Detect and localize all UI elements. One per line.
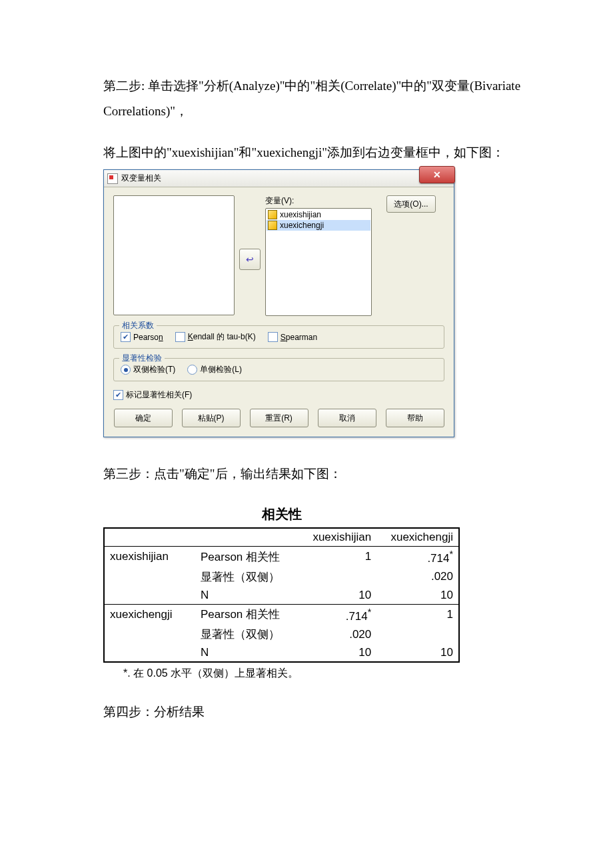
options-button[interactable]: 选项(O)... (386, 195, 436, 213)
app-icon (107, 173, 118, 184)
dialog-titlebar: 双变量相关 ✕ (104, 170, 454, 187)
cancel-button[interactable]: 取消 (318, 409, 376, 427)
one-tailed-radio[interactable]: 单侧检验(L) (187, 364, 242, 375)
scale-icon (268, 210, 277, 219)
move-variable-button[interactable]: ↩ (239, 249, 261, 270)
reset-button[interactable]: 重置(R) (250, 409, 308, 427)
flag-significant-checkbox[interactable]: ✔标记显著性相关(F) (113, 389, 192, 401)
group-legend: 显著性检验 (119, 353, 165, 364)
list-item[interactable]: xuexishijian (267, 209, 370, 220)
target-variables-list[interactable]: xuexishijian xuexichengji (265, 208, 372, 316)
arrow-left-icon: ↩ (246, 254, 254, 265)
list-item[interactable]: xuexichengji (267, 220, 370, 231)
correlation-table: xuexishijian xuexichengji xuexishijian P… (103, 527, 460, 663)
source-variables-list[interactable] (113, 195, 235, 315)
output-title: 相关性 (103, 505, 460, 523)
step3-paragraph: 第三步：点击"确定"后，输出结果如下图： (103, 461, 526, 487)
scale-icon (268, 221, 277, 230)
bivariate-dialog: 双变量相关 ✕ ↩ 变量(V): xuexishijian xuexicheng… (103, 169, 454, 437)
group-legend: 相关系数 (119, 320, 157, 331)
significance-test-group: 显著性检验 双侧检验(T) 单侧检验(L) (113, 358, 444, 381)
two-tailed-radio[interactable]: 双侧检验(T) (121, 364, 175, 375)
add-vars-paragraph: 将上图中的"xuexishijian"和"xuexichengji"添加到右边变… (103, 140, 526, 165)
correlation-coeff-group: 相关系数 ✔Pearson Kendall 的 tau-b(K) Spearma… (113, 325, 444, 349)
correlation-output: 相关性 xuexishijian xuexichengji xuexishiji… (103, 505, 460, 681)
step4-paragraph: 第四步：分析结果 (103, 699, 526, 725)
table-footnote: *. 在 0.05 水平（双侧）上显著相关。 (103, 667, 460, 681)
paste-button[interactable]: 粘贴(P) (182, 409, 241, 427)
help-button[interactable]: 帮助 (386, 409, 444, 427)
variables-label: 变量(V): (265, 195, 372, 207)
close-icon[interactable]: ✕ (419, 166, 455, 183)
ok-button[interactable]: 确定 (114, 409, 173, 427)
dialog-title: 双变量相关 (121, 173, 161, 184)
spearman-checkbox[interactable]: Spearman (268, 332, 317, 342)
kendall-checkbox[interactable]: Kendall 的 tau-b(K) (175, 331, 256, 343)
step2-paragraph: 第二步: 单击选择"分析(Analyze)"中的"相关(Correlate)"中… (103, 73, 526, 124)
pearson-checkbox[interactable]: ✔Pearson (121, 332, 163, 342)
